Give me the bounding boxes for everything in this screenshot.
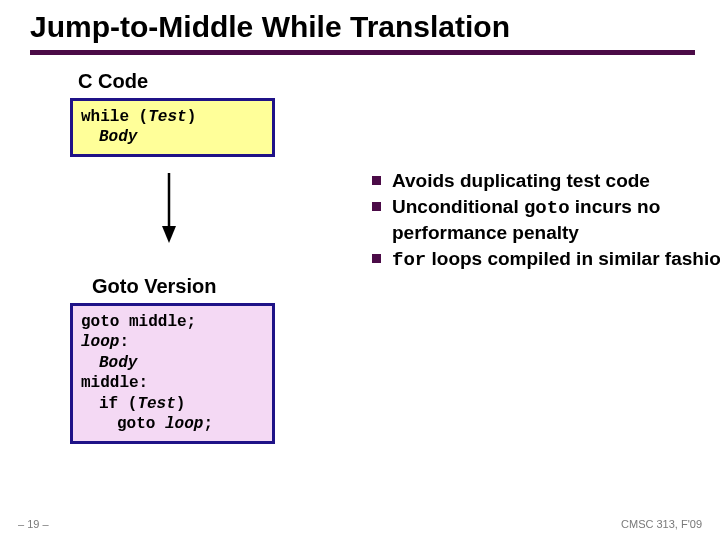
bullet-item: Unconditional goto incurs no performance… [370,195,720,245]
code-line: middle: [81,373,264,393]
code-text-italic: loop [81,333,119,351]
code-line: if (Test) [81,394,264,414]
slide-title: Jump-to-Middle While Translation [30,10,695,55]
code-line: Body [81,353,264,373]
code-text-italic: Test [148,108,186,126]
code-text-italic: Body [81,353,137,373]
bullet-item: Avoids duplicating test code [370,169,720,193]
course-id: CMSC 313, F'09 [621,518,702,530]
code-text: goto loop; [81,414,213,434]
code-text: ) [176,395,186,413]
bullet-list: Avoids duplicating test code Uncondition… [330,169,720,274]
code-text-italic: Test [137,395,175,413]
arrow-down-icon [158,168,180,252]
bullet-text: Unconditional [392,196,524,217]
code-text: : [119,333,129,351]
code-text: while ( [81,108,148,126]
code-text: ; [203,415,213,433]
code-line: goto middle; [81,312,264,332]
goto-code-box: goto middle; loop: Body middle: if (Test… [70,303,275,444]
bullet-text: loops compiled in similar fashion [426,248,720,269]
code-text-italic: loop [165,415,203,433]
code-text-italic: Body [81,127,137,147]
code-text: if ( [99,395,137,413]
c-code-heading: C Code [78,70,148,93]
bullet-item: for loops compiled in similar fashion [370,247,720,272]
code-line: goto loop; [81,414,264,434]
code-text: goto [117,415,165,433]
code-line: Body [81,127,264,147]
code-line: while (Test) [81,107,264,127]
svg-marker-1 [162,226,176,243]
code-text: if (Test) [81,394,185,414]
bullet-text-mono: goto [524,197,570,219]
slide-number: – 19 – [18,518,49,530]
code-line: loop: [81,332,264,352]
goto-version-heading: Goto Version [92,275,216,298]
c-code-box: while (Test) Body [70,98,275,157]
bullet-text-mono: for [392,249,426,271]
code-text: ) [187,108,197,126]
